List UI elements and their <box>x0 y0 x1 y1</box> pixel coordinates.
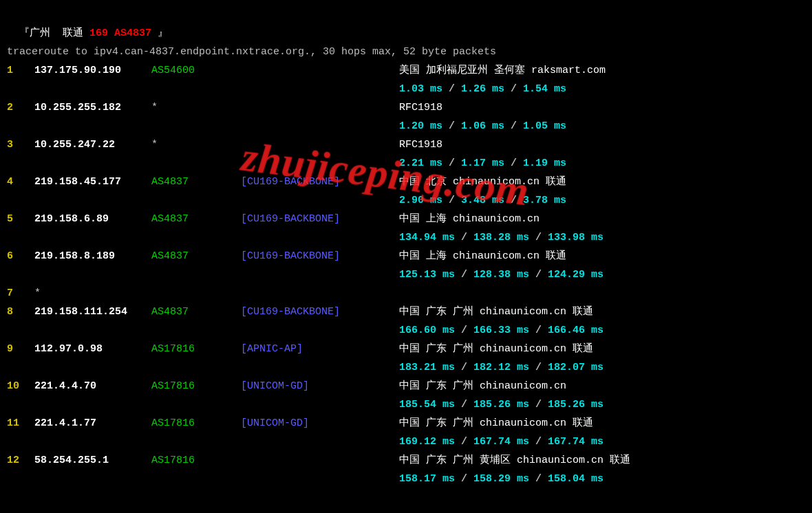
latency-2: 185.26 ms <box>473 399 529 411</box>
hop-location: 美国 加利福尼亚州 圣何塞 raksmart.com <box>399 61 805 80</box>
latency-sep: / <box>529 436 548 448</box>
hop-ip: 221.4.1.77 <box>34 414 151 433</box>
traceroute-command: traceroute to ipv4.can-4837.endpoint.nxt… <box>7 43 805 61</box>
latency-sep: / <box>442 157 461 169</box>
hop-backbone-tag: [CU169-BACKBONE] <box>241 247 399 265</box>
hop-row: 5219.158.6.89AS4837[CU169-BACKBONE]中国 上海… <box>7 210 805 228</box>
hop-row: 1258.254.255.1AS17816中国 广东 广州 黄埔区 chinau… <box>7 451 805 470</box>
hop-asn: * <box>151 135 241 154</box>
latency-sep: / <box>442 120 461 132</box>
latency-1: 2.90 ms <box>399 195 442 206</box>
hop-backbone-tag: [UNICOM-GD] <box>241 414 399 433</box>
hop-ip: 219.158.8.189 <box>34 247 151 265</box>
hop-ip: 219.158.6.89 <box>34 210 151 228</box>
latency-1: 1.20 ms <box>399 120 442 132</box>
hop-latency: 1.03 ms / 1.26 ms / 1.54 ms <box>7 80 805 98</box>
hop-number: 12 <box>7 451 34 470</box>
hop-row: 9112.97.0.98AS17816[APNIC-AP]中国 广东 广州 ch… <box>7 340 805 358</box>
hop-number: 7 <box>7 284 34 303</box>
hop-latency: 125.13 ms / 128.38 ms / 124.29 ms <box>7 265 805 284</box>
hop-asn: AS17816 <box>151 377 241 395</box>
hop-location: RFC1918 <box>399 98 805 117</box>
hop-latency: 2.21 ms / 1.17 ms / 1.19 ms <box>7 154 805 173</box>
latency-3: 1.19 ms <box>523 157 566 169</box>
hop-ip: 219.158.45.177 <box>34 173 151 191</box>
hop-number: 2 <box>7 98 34 117</box>
latency-sep: / <box>455 436 473 448</box>
hop-ip: 58.254.255.1 <box>34 451 151 470</box>
hop-number: 6 <box>7 247 34 265</box>
hop-asn: AS17816 <box>151 340 241 358</box>
hop-asn <box>151 284 241 303</box>
latency-1: 185.54 ms <box>399 399 455 411</box>
terminal-output: { "header": { "bracket_open": "『", "loca… <box>0 0 812 494</box>
latency-3: 182.07 ms <box>548 362 603 373</box>
hop-ip: 10.255.247.22 <box>34 135 151 154</box>
hop-ip: 221.4.4.70 <box>34 377 151 395</box>
header-asn: 169 AS4837 <box>83 28 151 39</box>
latency-2: 138.28 ms <box>473 232 529 243</box>
hop-latency: 158.17 ms / 158.29 ms / 158.04 ms <box>7 470 805 488</box>
hop-location: 中国 广东 广州 chinaunicom.cn <box>399 377 805 395</box>
latency-sep: / <box>529 325 548 336</box>
latency-sep: / <box>504 83 523 95</box>
latency-sep: / <box>529 362 548 373</box>
hop-location: 中国 广东 广州 黄埔区 chinaunicom.cn 联通 <box>399 451 805 470</box>
latency-sep: / <box>442 195 461 206</box>
hop-row: 210.255.255.182*RFC1918 <box>7 98 805 117</box>
hop-latency: 134.94 ms / 138.28 ms / 133.98 ms <box>7 228 805 247</box>
hop-backbone-tag <box>241 284 399 303</box>
hop-number: 3 <box>7 135 34 154</box>
hop-number: 4 <box>7 173 34 191</box>
hop-location: 中国 上海 chinaunicom.cn <box>399 210 805 228</box>
latency-1: 166.60 ms <box>399 325 455 336</box>
latency-sep: / <box>442 83 461 95</box>
latency-2: 1.17 ms <box>461 157 504 169</box>
latency-3: 133.98 ms <box>548 232 603 243</box>
hop-row: 4219.158.45.177AS4837[CU169-BACKBONE]中国 … <box>7 173 805 191</box>
hop-location: 中国 北京 chinaunicom.cn 联通 <box>399 173 805 191</box>
latency-3: 1.54 ms <box>523 83 566 95</box>
hop-ip: 10.255.255.182 <box>34 98 151 117</box>
hop-location: 中国 广东 广州 chinaunicom.cn 联通 <box>399 303 805 321</box>
latency-sep: / <box>455 269 473 281</box>
hop-latency: 169.12 ms / 167.74 ms / 167.74 ms <box>7 433 805 451</box>
latency-sep: / <box>455 325 473 336</box>
hop-row: 1137.175.90.190AS54600美国 加利福尼亚州 圣何塞 raks… <box>7 61 805 80</box>
hop-backbone-tag: [CU169-BACKBONE] <box>241 173 399 191</box>
hop-asn: AS4837 <box>151 210 241 228</box>
latency-1: 158.17 ms <box>399 473 455 485</box>
hops-list: 1137.175.90.190AS54600美国 加利福尼亚州 圣何塞 raks… <box>7 61 805 488</box>
hop-backbone-tag <box>241 61 399 80</box>
hop-asn: AS17816 <box>151 451 241 470</box>
latency-2: 182.12 ms <box>473 362 529 373</box>
latency-3: 3.78 ms <box>523 195 566 206</box>
latency-2: 167.74 ms <box>473 436 529 448</box>
hop-latency: 183.21 ms / 182.12 ms / 182.07 ms <box>7 358 805 377</box>
latency-sep: / <box>529 473 548 485</box>
latency-3: 158.04 ms <box>548 473 603 485</box>
latency-2: 158.29 ms <box>473 473 529 485</box>
hop-ip: 137.175.90.190 <box>34 61 151 80</box>
latency-sep: / <box>455 232 473 243</box>
hop-backbone-tag: [UNICOM-GD] <box>241 377 399 395</box>
hop-backbone-tag <box>241 451 399 470</box>
hop-backbone-tag: [CU169-BACKBONE] <box>241 303 399 321</box>
hop-location: RFC1918 <box>399 135 805 154</box>
latency-1: 169.12 ms <box>399 436 455 448</box>
hop-backbone-tag <box>241 135 399 154</box>
header-line: 『广州 联通 169 AS4837 』 <box>7 6 805 43</box>
header-location: 广州 联通 <box>30 28 83 39</box>
latency-2: 166.33 ms <box>473 325 529 336</box>
hop-row: 310.255.247.22*RFC1918 <box>7 135 805 154</box>
latency-sep: / <box>455 362 473 373</box>
latency-2: 128.38 ms <box>473 269 529 281</box>
hop-location: 中国 广东 广州 chinaunicom.cn 联通 <box>399 340 805 358</box>
hop-latency: 185.54 ms / 185.26 ms / 185.26 ms <box>7 395 805 414</box>
bracket-open: 『 <box>19 28 30 39</box>
latency-3: 167.74 ms <box>548 436 603 448</box>
hop-number: 10 <box>7 377 34 395</box>
latency-1: 125.13 ms <box>399 269 455 281</box>
hop-backbone-tag: [CU169-BACKBONE] <box>241 210 399 228</box>
hop-number: 1 <box>7 61 34 80</box>
